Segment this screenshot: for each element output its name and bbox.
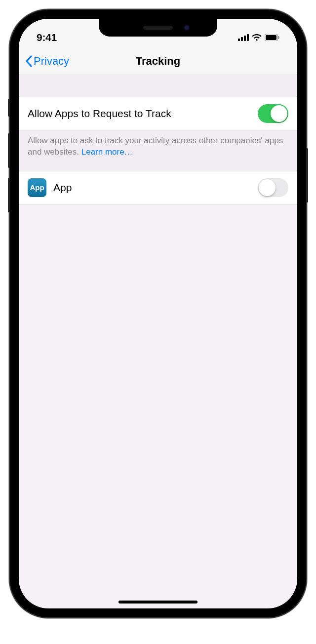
- navigation-bar: Privacy Tracking: [19, 47, 297, 75]
- footer-description: Allow apps to ask to track your activity…: [28, 136, 283, 157]
- back-button[interactable]: Privacy: [25, 55, 69, 68]
- app-icon-text: App: [30, 183, 44, 192]
- speaker-grille: [143, 26, 173, 30]
- learn-more-link[interactable]: Learn more…: [81, 147, 133, 157]
- svg-rect-0: [238, 39, 240, 41]
- app-tracking-row: App App: [19, 171, 297, 204]
- chevron-left-icon: [25, 55, 33, 67]
- settings-content: Allow Apps to Request to Track Allow app…: [19, 75, 297, 204]
- home-indicator[interactable]: [118, 601, 198, 604]
- volume-down-button: [8, 178, 10, 212]
- svg-rect-3: [247, 34, 249, 41]
- section-spacer: [19, 75, 297, 97]
- svg-rect-5: [266, 35, 276, 40]
- app-tracking-toggle[interactable]: [258, 178, 288, 197]
- svg-rect-6: [278, 36, 279, 39]
- power-button: [306, 148, 308, 202]
- back-label: Privacy: [34, 55, 69, 68]
- phone-device-frame: 9:41 Privacy Tracking Allow Apps to Requ…: [10, 10, 306, 617]
- svg-rect-2: [244, 36, 246, 41]
- silence-switch: [8, 99, 10, 117]
- wifi-icon: [252, 34, 262, 41]
- notch: [99, 19, 217, 37]
- toggle-knob: [259, 179, 276, 196]
- phone-screen: 9:41 Privacy Tracking Allow Apps to Requ…: [19, 19, 297, 608]
- app-icon: App: [28, 178, 46, 197]
- app-label: App: [53, 182, 258, 194]
- volume-up-button: [8, 133, 10, 168]
- status-icons: [238, 34, 279, 41]
- page-title: Tracking: [136, 55, 180, 68]
- allow-tracking-toggle[interactable]: [258, 104, 288, 123]
- allow-tracking-footer: Allow apps to ask to track your activity…: [19, 130, 297, 171]
- allow-tracking-row: Allow Apps to Request to Track: [19, 97, 297, 130]
- cellular-icon: [238, 34, 249, 41]
- status-time: 9:41: [37, 32, 57, 43]
- allow-tracking-label: Allow Apps to Request to Track: [28, 108, 258, 120]
- svg-rect-1: [241, 37, 243, 41]
- battery-icon: [265, 34, 279, 41]
- toggle-knob: [271, 105, 287, 122]
- front-camera: [184, 25, 190, 31]
